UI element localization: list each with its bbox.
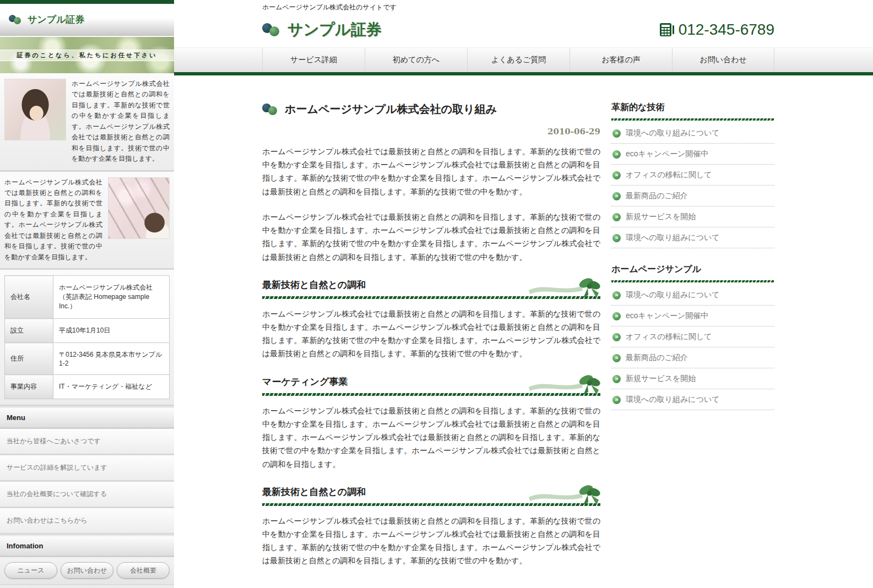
logo-circles-icon: [262, 104, 279, 115]
company-info-block: 会社名 ホームページサンプル株式会社 （英語表記 Homepage sample…: [0, 270, 174, 406]
double-chevron-icon: »: [612, 192, 621, 200]
company-row-value: IT・マーケティング・福祉など: [53, 375, 170, 399]
double-chevron-icon: »: [612, 375, 621, 383]
sidebar-footer-nav: トップページ｜サービス概要｜ごあいさつ: [0, 585, 174, 588]
double-chevron-icon: »: [612, 150, 621, 159]
section-body: ホームページサンプル株式会社では最新技術と自然との調和を目指します。革新的な技術…: [262, 404, 600, 471]
news-link[interactable]: »ecoキャンペーン開催中: [611, 306, 774, 326]
contact-button[interactable]: お問い合わせ: [61, 562, 113, 579]
menu-header: Menu: [0, 406, 174, 429]
nav-item-beginners[interactable]: 初めての方へ: [365, 48, 467, 72]
company-row-value: 平成10年1月10日: [53, 319, 170, 343]
company-button[interactable]: 会社概要: [117, 562, 170, 579]
header-phone[interactable]: 012-345-6789: [659, 21, 774, 39]
news-link-label: ecoキャンペーン開催中: [626, 149, 708, 159]
company-row-value: 〒012-3456 見本県見本市サンプル1-2: [53, 343, 170, 375]
section-body: ホームページサンプル株式会社では最新技術と自然との調和を目指します。革新的な技術…: [262, 307, 600, 361]
portrait-photo: [4, 79, 66, 140]
sidebar-flower-banner: 証券のことなら、私たちにお任せ下さい: [0, 37, 174, 73]
article-paragraph: ホームページサンプル株式会社では最新技術と自然との調和を目指します。革新的な技術…: [262, 145, 600, 198]
news-section: 革新的な技術 »環境への取り組みについて »ecoキャンペーン開催中 »オフィス…: [611, 102, 774, 248]
table-row: 設立 平成10年1月10日: [5, 319, 170, 343]
double-chevron-icon: »: [612, 354, 621, 362]
news-link[interactable]: »新規サービスを開始: [611, 368, 774, 389]
sidebar-menu-item-contact[interactable]: お問い合わせはこちらから: [0, 508, 174, 535]
nav-item-faq[interactable]: よくあるご質問: [467, 48, 570, 72]
double-chevron-icon: »: [612, 171, 621, 179]
sidebar-menu-item-service[interactable]: サービスの詳細を解説しています: [0, 455, 174, 482]
double-chevron-icon: »: [612, 234, 621, 242]
about-text: ホームページサンプル株式会社では最新技術と自然との調和を目指します。革新的な技術…: [72, 79, 170, 165]
news-list: »環境への取り組みについて »ecoキャンペーン開催中 »オフィスの移転に関して…: [611, 285, 774, 410]
sidebar-logo[interactable]: サンプル証券: [0, 4, 174, 36]
news-link[interactable]: »環境への取り組みについて: [611, 389, 774, 410]
banner-tagline: 証券のことなら、私たちにお任せ下さい: [0, 50, 174, 61]
double-chevron-icon: »: [612, 333, 621, 341]
logo-circles-icon: [9, 15, 23, 24]
news-link[interactable]: »環境への取り組みについて: [611, 227, 774, 248]
news-link-label: ecoキャンペーン開催中: [626, 311, 708, 321]
nav-item-service[interactable]: サービス詳細: [262, 48, 365, 72]
double-chevron-icon: »: [612, 312, 621, 320]
sidebar-logo-text: サンプル証券: [28, 13, 85, 26]
information-header: Infomation: [0, 535, 174, 557]
news-link-label: 最新商品のご紹介: [626, 191, 688, 201]
nav-item-voice[interactable]: お客様の声: [570, 48, 672, 72]
news-link[interactable]: »オフィスの移転に関して: [611, 326, 774, 347]
company-row-label: 設立: [5, 319, 53, 343]
right-sidebar: 革新的な技術 »環境への取り組みについて »ecoキャンペーン開催中 »オフィス…: [611, 102, 774, 588]
sidebar-menu-item-company[interactable]: 当社の会社概要について確認する: [0, 482, 174, 508]
article-title-row: ホームページサンプル株式会社の取り組み: [262, 102, 600, 117]
news-button[interactable]: ニュース: [4, 562, 57, 579]
double-chevron-icon: »: [612, 129, 621, 138]
news-link-label: 新規サービスを開始: [626, 374, 696, 384]
about-block-top: ホームページサンプル株式会社では最新技術と自然との調和を目指します。革新的な技術…: [0, 73, 174, 172]
news-link[interactable]: »最新商品のご紹介: [611, 347, 774, 368]
news-link[interactable]: »最新商品のご紹介: [611, 186, 774, 206]
news-link[interactable]: »ecoキャンペーン開催中: [611, 144, 774, 165]
news-link[interactable]: »環境への取り組みについて: [611, 123, 774, 144]
news-link-label: 環境への取り組みについて: [626, 128, 720, 138]
news-link-label: オフィスの移転に関して: [626, 332, 712, 342]
sidebar-menu-item-greeting[interactable]: 当社から皆様へごあいさつです: [0, 429, 174, 455]
article-section: 最新技術と自然との調和 ホームページサンプル株式会社では最新技術と自然との調和を…: [262, 486, 600, 568]
news-link[interactable]: »環境への取り組みについて: [611, 285, 774, 306]
double-chevron-icon: »: [612, 213, 621, 221]
news-link[interactable]: »新規サービスを開始: [611, 206, 774, 227]
article-section: 最新技術と自然との調和 ホームページサンプル株式会社では最新技術と自然との調和を…: [262, 279, 600, 361]
double-chevron-icon: »: [612, 291, 621, 300]
news-link-label: 最新商品のご紹介: [626, 353, 688, 363]
news-section-title: ホームページサンプル: [611, 264, 774, 275]
company-row-label: 会社名: [5, 276, 53, 319]
article-section: マーケティング事業 ホームページサンプル株式会社では最新技術と自然との調和を目指…: [262, 375, 600, 471]
ribbon-icon: [529, 483, 600, 506]
news-link-label: 環境への取り組みについて: [626, 233, 720, 243]
sidebar-top-accent-bar: [0, 0, 174, 4]
blossom-photo: [108, 177, 170, 239]
brand-text: サンプル証券: [288, 19, 382, 40]
company-row-label: 住所: [5, 343, 53, 375]
news-link[interactable]: »オフィスの移転に関して: [611, 165, 774, 186]
site-note: ホームページサンプル株式会社のサイトです: [262, 0, 873, 12]
phone-icon: [659, 22, 675, 37]
table-row: 事業内容 IT・マーケティング・福祉など: [5, 375, 170, 399]
company-info-table: 会社名 ホームページサンプル株式会社 （英語表記 Homepage sample…: [4, 275, 170, 399]
page-title: ホームページサンプル株式会社の取り組み: [285, 102, 497, 117]
nav-item-contact[interactable]: お問い合わせ: [672, 48, 774, 72]
header-brand[interactable]: サンプル証券: [262, 19, 382, 40]
article-date: 2010-06-29: [262, 127, 600, 137]
article: ホームページサンプル株式会社の取り組み 2010-06-29 ホームページサンプ…: [262, 102, 600, 588]
ribbon-icon: [529, 276, 600, 299]
news-link-label: 環境への取り組みについて: [626, 395, 720, 405]
about-block-bottom: ホームページサンプル株式会社では最新技術と自然との調和を目指します。革新的な技術…: [0, 172, 174, 270]
news-section-title: 革新的な技術: [611, 102, 774, 113]
phone-number: 012-345-6789: [679, 21, 774, 39]
left-sidebar: サンプル証券 証券のことなら、私たちにお任せ下さい ホームページサンプル株式会社…: [0, 0, 174, 588]
company-row-value: ホームページサンプル株式会社 （英語表記 Homepage sample Inc…: [53, 276, 170, 319]
main-area: ホームページサンプル株式会社のサイトです サンプル証券 012-345-6789…: [174, 0, 873, 588]
news-list: »環境への取り組みについて »ecoキャンペーン開催中 »オフィスの移転に関して…: [611, 123, 774, 248]
striped-divider: [611, 280, 774, 282]
double-chevron-icon: »: [612, 396, 621, 404]
logo-circles-icon: [262, 23, 281, 36]
news-link-label: 新規サービスを開始: [626, 212, 696, 222]
